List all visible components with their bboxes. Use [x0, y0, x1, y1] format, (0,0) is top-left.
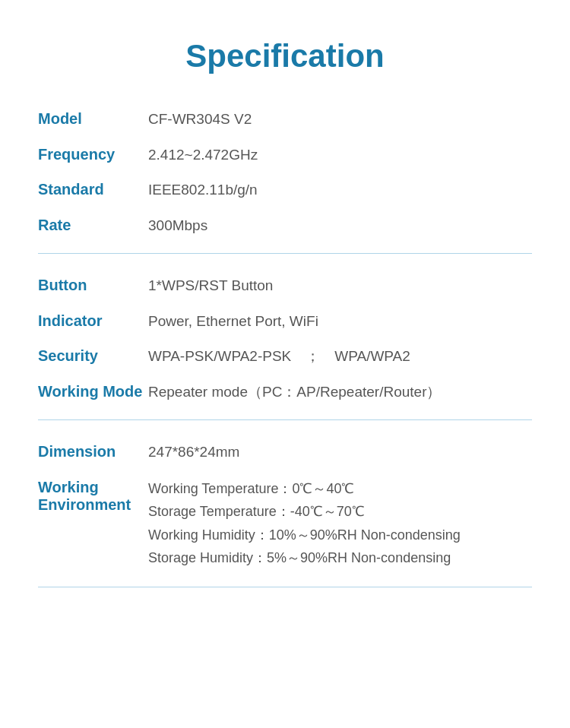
label-security: Security	[38, 347, 148, 365]
value-security: WPA-PSK/WPA2-PSK ； WPA/WPA2	[148, 346, 410, 368]
label-working-mode: Working Mode	[38, 383, 148, 400]
working-humidity: Working Humidity：10%～90%RH Non-condensin…	[148, 524, 461, 547]
label-button: Button	[38, 277, 148, 294]
row-indicator: Indicator Power, Ethernet Port, WiFi	[38, 311, 532, 333]
value-dimension: 247*86*24mm	[148, 442, 239, 464]
row-dimension: Dimension 247*86*24mm	[38, 442, 532, 464]
storage-temp: Storage Temperature：-40℃～70℃	[148, 500, 461, 524]
label-indicator: Indicator	[38, 312, 148, 330]
row-working-mode: Working Mode Repeater mode（PC：AP/Repeate…	[38, 381, 532, 404]
divider-3	[38, 587, 532, 587]
value-frequency: 2.412~2.472GHz	[148, 144, 258, 166]
row-security: Security WPA-PSK/WPA2-PSK ； WPA/WPA2	[38, 346, 532, 368]
value-button: 1*WPS/RST Button	[148, 275, 273, 297]
value-standard: IEEE802.11b/g/n	[148, 179, 258, 201]
working-temp: Working Temperature：0℃～40℃	[148, 477, 461, 501]
value-working-mode: Repeater mode（PC：AP/Repeater/Router）	[148, 381, 441, 404]
row-standard: Standard IEEE802.11b/g/n	[38, 179, 532, 201]
divider-2	[38, 419, 532, 420]
divider-1	[38, 253, 532, 254]
label-dimension: Dimension	[38, 443, 148, 461]
value-indicator: Power, Ethernet Port, WiFi	[148, 311, 318, 333]
label-working-env: WorkingEnvironment	[38, 479, 148, 514]
section-rf: Model CF-WR304S V2 Frequency 2.412~2.472…	[38, 109, 532, 236]
row-rate: Rate 300Mbps	[38, 215, 532, 237]
label-rate: Rate	[38, 217, 148, 234]
section-interface: Button 1*WPS/RST Button Indicator Power,…	[38, 275, 532, 403]
row-frequency: Frequency 2.412~2.472GHz	[38, 144, 532, 166]
label-standard: Standard	[38, 181, 148, 198]
row-model: Model CF-WR304S V2	[38, 109, 532, 131]
value-model: CF-WR304S V2	[148, 109, 252, 131]
storage-humidity: Storage Humidity：5%～90%RH Non-condensing	[148, 546, 461, 570]
page-container: Specification Model CF-WR304S V2 Frequen…	[0, 0, 570, 728]
value-rate: 300Mbps	[148, 215, 207, 237]
row-working-env: WorkingEnvironment Working Temperature：0…	[38, 477, 532, 570]
value-working-env: Working Temperature：0℃～40℃ Storage Tempe…	[148, 477, 461, 570]
page-title: Specification	[38, 38, 532, 74]
section-physical: Dimension 247*86*24mm WorkingEnvironment…	[38, 442, 532, 570]
label-model: Model	[38, 110, 148, 128]
label-frequency: Frequency	[38, 146, 148, 163]
row-button: Button 1*WPS/RST Button	[38, 275, 532, 297]
